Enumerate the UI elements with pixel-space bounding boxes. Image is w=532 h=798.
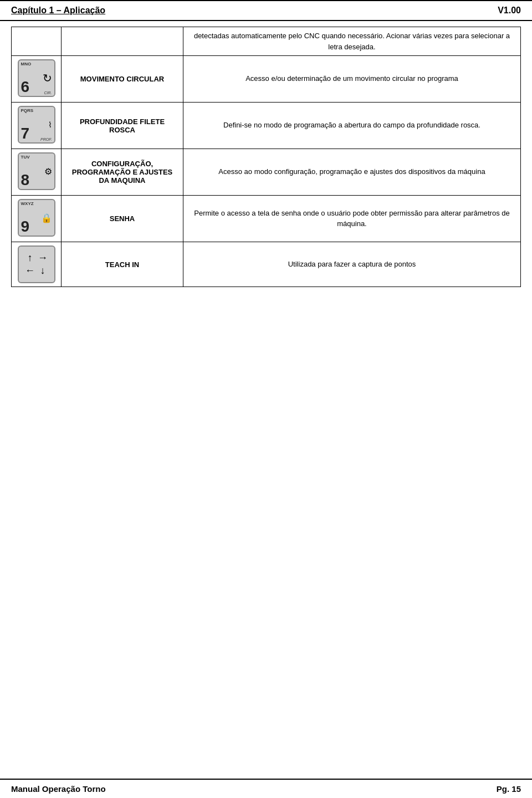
content-table: detectadas automaticamente pelo CNC quan…: [11, 27, 521, 287]
footer-title: Manual Operação Torno: [11, 784, 106, 794]
config-gear-icon: ⚙: [44, 166, 52, 177]
key-7-icon: PQRS 7 PROF. ⌇: [18, 106, 55, 144]
circular-desc: Acesso e/ou determinação de um movimento…: [183, 56, 521, 103]
header-title: Capítulo 1 – Aplicação: [11, 6, 105, 16]
key-6-number: 6: [21, 79, 30, 95]
key-6-sub: CIR.: [44, 91, 52, 95]
circular-icon-cell: MNO 6 CIR. ↻: [12, 56, 62, 103]
filete-name: PROFUNDIDADE FILETE ROSCA: [62, 103, 183, 149]
header-version: V1.00: [498, 6, 521, 16]
intro-desc: detectadas automaticamente pelo CNC quan…: [183, 27, 521, 56]
intro-icon-cell: [12, 27, 62, 56]
table-row: PQRS 7 PROF. ⌇ PROFUNDIDADE FILETE ROSCA…: [12, 103, 521, 149]
config-desc: Acesso ao modo configuração, programação…: [183, 149, 521, 196]
key-9-number: 9: [21, 219, 30, 234]
teach-in-arrows-grid: ↑ → ← ↓: [24, 252, 49, 277]
table-row: MNO 6 CIR. ↻ MOVIMENTO CIRCULAR Acesso e…: [12, 56, 521, 103]
key-8-top-label: TUV: [21, 155, 30, 160]
config-name: CONFIGURAÇÃO, PROGRAMAÇÃO E AJUSTES DA M…: [62, 149, 183, 196]
filete-desc: Defini-se no modo de programação a abert…: [183, 103, 521, 149]
key-7-top-label: PQRS: [21, 108, 34, 113]
page-footer: Manual Operação Torno Pg. 15: [0, 779, 532, 798]
page-header: Capítulo 1 – Aplicação V1.00: [0, 0, 532, 21]
circular-name: MOVIMENTO CIRCULAR: [62, 56, 183, 103]
filete-icon-cell: PQRS 7 PROF. ⌇: [12, 103, 62, 149]
key-9-top-label: WXYZ: [21, 201, 34, 206]
table-row: WXYZ 9 🔒 SENHA Permite o acesso a tela d…: [12, 196, 521, 242]
main-content: detectadas automaticamente pelo CNC quan…: [0, 21, 532, 779]
key-7-number: 7: [21, 126, 30, 141]
key-8-icon: TUV 8 ⚙: [18, 152, 55, 190]
filete-icon: ⌇: [48, 120, 52, 129]
arrow-up-left: ↑: [24, 252, 36, 264]
table-row: ↑ → ← ↓ TEACH IN Utilizada para fazer a …: [12, 242, 521, 287]
teachin-icon-cell: ↑ → ← ↓: [12, 242, 62, 287]
intro-name-cell: [62, 27, 183, 56]
table-row: TUV 8 ⚙ CONFIGURAÇÃO, PROGRAMAÇÃO E AJUS…: [12, 149, 521, 196]
footer-page: Pg. 15: [497, 784, 521, 794]
teachin-key-icon: ↑ → ← ↓: [18, 245, 55, 283]
key-7-sub: PROF.: [40, 137, 52, 141]
config-icon-cell: TUV 8 ⚙: [12, 149, 62, 196]
senha-desc: Permite o acesso a tela de senha onde o …: [183, 196, 521, 242]
arrow-up-right: →: [37, 252, 49, 264]
key-9-icon: WXYZ 9 🔒: [18, 199, 55, 237]
arrow-down-left: ←: [24, 265, 36, 277]
teachin-desc: Utilizada para fazer a captura de pontos: [183, 242, 521, 287]
intro-row: detectadas automaticamente pelo CNC quan…: [12, 27, 521, 56]
teachin-name: TEACH IN: [62, 242, 183, 287]
senha-name: SENHA: [62, 196, 183, 242]
senha-icon-cell: WXYZ 9 🔒: [12, 196, 62, 242]
circular-motion-icon: ↻: [43, 71, 52, 85]
arrow-down-right: ↓: [37, 265, 49, 277]
lock-icon: 🔒: [41, 213, 52, 223]
key-6-icon: MNO 6 CIR. ↻: [18, 59, 55, 97]
key-6-top-label: MNO: [21, 62, 32, 66]
key-8-number: 8: [21, 172, 30, 188]
